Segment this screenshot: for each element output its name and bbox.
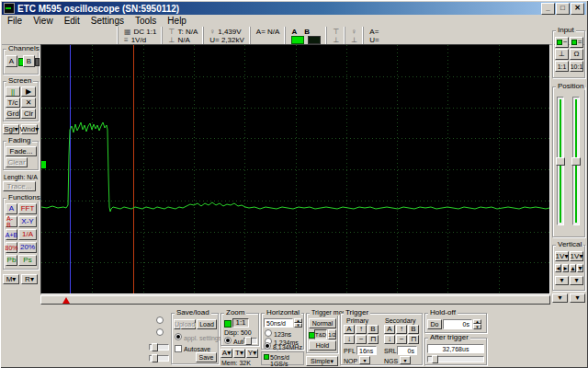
vertical-down-button[interactable]: ▾ xyxy=(577,264,583,272)
holdoff-down-button[interactable]: ▾ xyxy=(473,324,481,329)
bottom-slider-2-track[interactable] xyxy=(149,355,169,362)
vertical-range-b-combo[interactable]: 1V▾ xyxy=(570,251,583,261)
window-combo[interactable]: Wnd▾ xyxy=(21,124,38,134)
pause-button[interactable]: || xyxy=(6,86,20,97)
input-ac-b-button[interactable]: = xyxy=(570,37,583,48)
after-trigger-slider-handle[interactable] xyxy=(432,355,438,363)
zoom-combo-y[interactable]: Y▾ xyxy=(246,349,258,358)
function-inverse-button[interactable]: 1/A xyxy=(18,229,37,240)
pri-rising-button[interactable]: ↑ xyxy=(356,325,367,334)
zoom-ratio-button[interactable]: 1:1 xyxy=(232,318,249,328)
channel-b-button[interactable]: B xyxy=(23,55,35,67)
zoom-slider-track[interactable] xyxy=(243,338,257,344)
run-button[interactable]: ▶ xyxy=(21,86,36,97)
ref-combo[interactable]: R▾ xyxy=(21,274,38,284)
appl-settings-radio[interactable] xyxy=(175,333,182,340)
position-slider-b-handle[interactable] xyxy=(571,157,581,166)
srl-field[interactable]: 0s xyxy=(397,346,417,355)
half-button[interactable]: 1/2 xyxy=(328,329,336,339)
right-bottom-combo-2[interactable]: ▾ xyxy=(570,293,585,303)
channel-b-status-swatch[interactable] xyxy=(308,36,321,44)
zoom-slider-handle[interactable] xyxy=(245,337,252,345)
clear-button[interactable]: Clr xyxy=(21,109,36,119)
fade-button[interactable]: Fade... xyxy=(6,146,37,156)
input-gnd-a-button[interactable]: ⊥ xyxy=(555,49,569,60)
function-80pct-button[interactable]: 80% xyxy=(6,242,17,253)
vertical-left-button[interactable]: ◂ xyxy=(555,264,561,272)
hold-button[interactable]: Hold xyxy=(309,340,336,351)
pri-pulse-button[interactable]: ⊓ xyxy=(368,335,379,344)
horizontal-opt1-radio[interactable] xyxy=(265,329,272,337)
sec-falling-button[interactable]: ↓ xyxy=(384,335,395,344)
fade-clear-button[interactable]: Clear xyxy=(6,157,28,167)
sec-pulse-button[interactable]: ⊓ xyxy=(408,335,419,344)
input-probe-a-button[interactable]: 1:1 xyxy=(555,61,569,72)
vertical-up-button[interactable]: ▴ xyxy=(570,264,576,272)
after-trigger-slider-track[interactable] xyxy=(427,356,484,362)
timebase-field[interactable]: 50ns/d xyxy=(264,318,293,328)
minimize-button[interactable]: _ xyxy=(541,3,555,15)
bottom-radio-2[interactable] xyxy=(156,328,164,336)
vertical-right-button[interactable]: ▸ xyxy=(562,264,569,272)
vertical-range-a-combo[interactable]: 1V▾ xyxy=(555,251,569,261)
right-bottom-combo-1[interactable]: ▾ xyxy=(552,293,568,303)
function-a-button[interactable]: A xyxy=(6,203,17,214)
close-button[interactable]: ✕ xyxy=(571,3,584,15)
simple-combo[interactable]: Simple ▾ xyxy=(306,356,338,366)
pri-source-b-button[interactable]: B xyxy=(368,325,379,334)
function-a-plus-b-button[interactable]: A+B xyxy=(6,229,17,240)
horizontal-opt3-radio[interactable] xyxy=(264,342,271,350)
nop-combo[interactable]: ▾ xyxy=(359,356,370,364)
bottom-radio-1[interactable] xyxy=(156,316,164,324)
channel-a-button[interactable]: A xyxy=(6,55,17,67)
input-probe-b-button[interactable]: 10:1 xyxy=(570,61,583,72)
channel-a-status-swatch[interactable] xyxy=(291,36,304,44)
pri-falling-button[interactable]: ↓ xyxy=(344,335,355,344)
function-a-minus-b-button[interactable]: A-B xyxy=(6,216,17,227)
sec-source-a-button[interactable]: A xyxy=(384,325,395,334)
math-combo[interactable]: M▾ xyxy=(3,274,19,284)
holdoff-field[interactable]: 0s xyxy=(443,319,472,329)
position-slider-a-handle[interactable] xyxy=(556,157,565,166)
trigger-position-marker[interactable] xyxy=(62,297,70,304)
function-pb-button[interactable]: Pb xyxy=(6,255,17,266)
timebase-down-button[interactable]: ▾ xyxy=(294,323,302,328)
menu-file[interactable]: File xyxy=(2,16,28,26)
holdoff-do-button[interactable]: Do xyxy=(427,319,442,329)
sec-rising-button[interactable]: ↑ xyxy=(396,325,407,334)
scope-scroll-strip[interactable] xyxy=(40,295,550,305)
normal-button[interactable]: Normal xyxy=(309,318,336,328)
upload-button[interactable]: Upload xyxy=(174,319,196,329)
single-combo[interactable]: Sgl▾ xyxy=(3,124,19,134)
title-bar[interactable]: ETC M595 oscilloscope (SN:5950112) _ □ ✕ xyxy=(2,2,586,15)
menu-settings[interactable]: Settings xyxy=(85,16,130,26)
pri-source-a-button[interactable]: A xyxy=(344,325,355,334)
tgd-button[interactable]: T&D xyxy=(314,329,327,339)
function-fft-button[interactable]: FFT xyxy=(18,203,37,214)
function-ps-button[interactable]: Ps xyxy=(18,255,37,266)
screen-clear-icon-button[interactable]: ✕ xyxy=(21,98,36,108)
input-ac-a-button[interactable]: ~ xyxy=(555,37,569,48)
menu-tools[interactable]: Tools xyxy=(130,16,162,26)
menu-view[interactable]: View xyxy=(28,16,59,26)
menu-edit[interactable]: Edit xyxy=(59,16,85,26)
input-gnd-b-button[interactable]: Ω xyxy=(570,49,583,60)
bottom-slider-1-track[interactable] xyxy=(149,344,169,351)
sec-source-b-button[interactable]: B xyxy=(408,325,419,334)
ngs-combo[interactable]: ▾ xyxy=(400,356,411,364)
after-trigger-field[interactable]: 32,768us xyxy=(427,344,484,353)
autosave-checkbox[interactable] xyxy=(175,345,182,352)
scope-display[interactable] xyxy=(40,44,550,294)
pfl-field[interactable]: 16ns xyxy=(356,346,377,355)
sec-ac-button[interactable]: ~ xyxy=(396,335,407,344)
zoom-combo-t[interactable]: T▾ xyxy=(233,349,245,358)
vertical-extra-a-combo[interactable]: ▾ xyxy=(555,276,569,285)
maximize-button[interactable]: □ xyxy=(556,3,570,15)
vertical-extra-b-combo[interactable]: ▾ xyxy=(570,276,583,285)
menu-help[interactable]: Help xyxy=(162,16,192,26)
load-button[interactable]: Load xyxy=(197,319,217,329)
bottom-slider-1-handle[interactable] xyxy=(152,343,158,351)
function-xy-button[interactable]: X-Y xyxy=(18,216,37,227)
pri-ac-button[interactable]: ~ xyxy=(356,335,367,344)
zoom-auto-radio[interactable] xyxy=(224,337,232,344)
